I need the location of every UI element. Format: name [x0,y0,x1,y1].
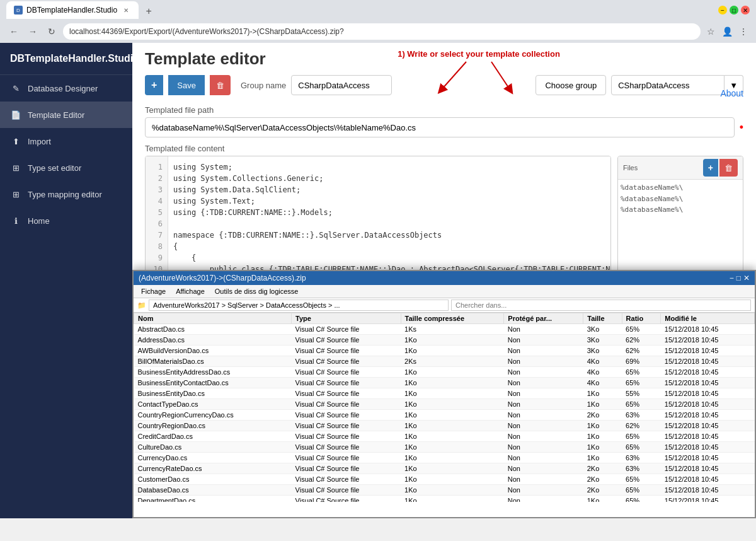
sidebar-item-template-editor[interactable]: 📄 Template Editor [0,102,132,128]
file-table-body: AbstractDao.csVisual C# Source file1KsNo… [134,324,755,503]
table-cell: Visual C# Source file [292,399,401,410]
sidebar-item-import[interactable]: ⬆ Import [0,128,132,154]
table-row[interactable]: AbstractDao.csVisual C# Source file1KsNo… [134,324,755,335]
sidebar-item-database-designer[interactable]: ✎ Database Designer [0,75,132,102]
table-row[interactable]: DepartmentDao.csVisual C# Source file1Ko… [134,496,755,503]
fm-minimize[interactable]: − [730,274,734,282]
table-row[interactable]: BusinessEntityAddressDao.csVisual C# Sou… [134,367,755,378]
group-name-label: Group name [241,81,286,90]
col-taille-comp: Taille compressée [401,313,504,324]
file-manager-path-bar: 📁 [134,298,755,313]
table-cell: Non [504,324,583,335]
table-cell: 15/12/2018 10:45 [661,399,755,410]
table-cell: ContactTypeDao.cs [134,399,292,410]
table-cell: Non [504,474,583,485]
table-cell: Visual C# Source file [292,485,401,496]
file-list-header: Files + 🗑 [618,156,743,180]
database-designer-icon: ✎ [10,83,21,94]
table-row[interactable]: BillOfMaterialsDao.csVisual C# Source fi… [134,356,755,367]
sidebar-item-type-set-editor[interactable]: ⊞ Type set editor [0,154,132,181]
col-ratio: Ratio [622,313,661,324]
maximize-button[interactable]: □ [730,6,738,15]
group-name-input[interactable] [291,75,392,95]
col-nom: Nom [134,313,292,324]
file-manager-title-bar: (AdventureWorks2017)->(CSharpDataAccess)… [134,271,755,285]
table-row[interactable]: CreditCardDao.csVisual C# Source file1Ko… [134,431,755,442]
file-path-input[interactable] [145,117,735,137]
table-row[interactable]: CultureDao.csVisual C# Source file1KoNon… [134,442,755,453]
sidebar-label-database-designer: Database Designer [28,84,98,93]
file-list-scroll[interactable]: Nom Type Taille compressée Protégé par..… [134,313,755,502]
file-list-delete-button[interactable]: 🗑 [719,159,738,177]
table-cell: Non [504,378,583,388]
file-table: Nom Type Taille compressée Protégé par..… [134,313,755,502]
fm-path-input[interactable] [149,300,449,311]
delete-icon: 🗑 [216,81,224,90]
table-cell: 1Ko [583,496,622,503]
minimize-button[interactable]: − [718,6,727,15]
browser-tab[interactable]: D DBTemplateHandler.Studio ✕ [6,1,139,19]
about-link[interactable]: About [720,88,743,98]
group-select[interactable]: CSharpDataAccess [611,75,724,95]
table-row[interactable]: AddressDao.csVisual C# Source file1KoNon… [134,335,755,346]
table-cell: 2Ko [583,474,622,485]
type-set-icon: ⊞ [10,162,21,173]
file-manager-title: (AdventureWorks2017)->(CSharpDataAccess)… [139,274,306,282]
fm-menu-fichage[interactable]: Fichage [137,286,169,296]
table-row[interactable]: CountryRegionCurrencyDao.csVisual C# Sou… [134,410,755,421]
sidebar-item-home[interactable]: ℹ Home [0,207,132,234]
forward-button[interactable]: → [25,24,40,39]
sidebar-label-type-set-editor: Type set editor [28,163,81,173]
file-list-add-button[interactable]: + [703,159,718,177]
fm-search-input[interactable] [451,300,751,311]
delete-button[interactable]: 🗑 [210,75,231,95]
table-row[interactable]: DatabaseDao.csVisual C# Source file1KoNo… [134,485,755,496]
table-row[interactable]: CurrencyRateDao.csVisual C# Source file1… [134,463,755,474]
table-cell: 1Ko [583,388,622,399]
table-row[interactable]: BusinessEntityContactDao.csVisual C# Sou… [134,378,755,388]
fm-close[interactable]: ✕ [743,274,750,282]
choose-group-button[interactable]: Choose group [536,75,606,95]
fm-menu-affichage[interactable]: Affichage [172,286,209,296]
fm-path-label: 📁 [137,301,146,310]
table-cell: BillOfMaterialsDao.cs [134,356,292,367]
table-cell: Non [504,453,583,463]
file-content-label: Templated file content [145,144,224,153]
save-button[interactable]: Save [168,75,205,95]
import-icon: ⬆ [10,136,21,147]
table-row[interactable]: ContactTypeDao.csVisual C# Source file1K… [134,399,755,410]
table-cell: Visual C# Source file [292,335,401,346]
table-row[interactable]: AWBuildVersionDao.csVisual C# Source fil… [134,346,755,356]
url-input[interactable] [63,23,701,40]
sidebar-item-type-mapping-editor[interactable]: ⊞ Type mapping editor [0,181,132,207]
table-row[interactable]: CountryRegionDao.csVisual C# Source file… [134,421,755,431]
table-row[interactable]: CurrencyDao.csVisual C# Source file1KoNo… [134,453,755,463]
table-cell: 3Ko [583,324,622,335]
table-cell: Non [504,431,583,442]
bookmark-icon[interactable]: ☆ [704,25,717,38]
title-bar-left: D DBTemplateHandler.Studio ✕ + [6,1,156,19]
table-cell: Visual C# Source file [292,367,401,378]
reload-button[interactable]: ↻ [44,24,59,39]
table-cell: 1Ko [401,463,504,474]
file-list-item[interactable]: %databaseName%\ [621,182,740,194]
close-button[interactable]: ✕ [741,6,750,15]
file-list-item[interactable]: %databaseName%\ [621,204,740,216]
table-cell: 15/12/2018 10:45 [661,388,755,399]
new-tab-button[interactable]: + [141,4,156,19]
account-icon[interactable]: 👤 [721,25,733,38]
table-cell: 65% [622,485,661,496]
template-editor-icon: 📄 [10,109,21,120]
tab-close-button[interactable]: ✕ [121,5,131,15]
table-cell: 1Ko [583,399,622,410]
table-cell: AddressDao.cs [134,335,292,346]
table-cell: 15/12/2018 10:45 [661,485,755,496]
add-button[interactable]: + [145,75,163,95]
fm-maximize[interactable]: □ [736,274,741,282]
table-row[interactable]: CustomerDao.csVisual C# Source file1KoNo… [134,474,755,485]
back-button[interactable]: ← [6,24,21,39]
menu-icon[interactable]: ⋮ [737,25,750,38]
file-list-item[interactable]: %databaseName%\ [621,194,740,205]
table-row[interactable]: BusinessEntityDao.csVisual C# Source fil… [134,388,755,399]
fm-menu-outils[interactable]: Outils de diss dig logicesse [211,286,302,296]
